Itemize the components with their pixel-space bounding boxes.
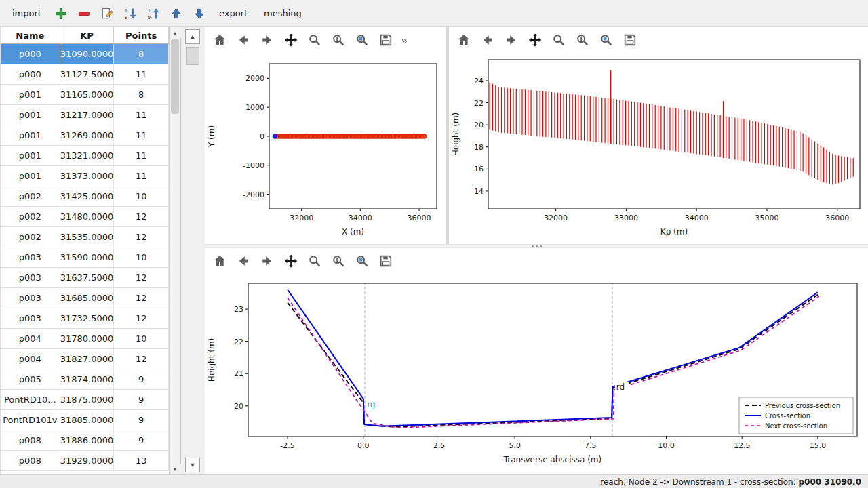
nav-back-button[interactable]: [478, 30, 497, 49]
table-cell-name[interactable]: p002: [1, 207, 60, 226]
table-cell-points[interactable]: 12: [114, 288, 169, 308]
table-cell-name[interactable]: p003: [1, 288, 60, 308]
table-cell-kp[interactable]: 31637.5000: [60, 268, 115, 287]
table-row[interactable]: p00131165.00008: [1, 85, 169, 105]
table-cell-name[interactable]: p001: [1, 146, 60, 165]
add-section-button[interactable]: [51, 3, 71, 24]
nav-save-button[interactable]: [376, 30, 395, 49]
table-cell-name[interactable]: p001: [1, 125, 60, 145]
table-cell-name[interactable]: p002: [1, 186, 60, 206]
table-cell-points[interactable]: 11: [114, 166, 169, 186]
table-cell-points[interactable]: 9: [114, 390, 169, 409]
table-row[interactable]: p00031090.00008: [1, 44, 169, 64]
table-cell-points[interactable]: 13: [114, 451, 169, 470]
table-cell-kp[interactable]: 31929.0000: [60, 451, 115, 470]
nav-save-button[interactable]: [620, 30, 639, 49]
table-cell-points[interactable]: 12: [114, 268, 169, 287]
table-row[interactable]: p00031127.500011: [1, 64, 169, 85]
table-row[interactable]: p00131321.000011: [1, 146, 169, 166]
table-row[interactable]: p00531874.00009: [1, 369, 169, 390]
table-cell-kp[interactable]: 31090.0000: [60, 44, 115, 64]
table-cell-name[interactable]: p003: [1, 268, 60, 287]
import-button[interactable]: import: [5, 5, 48, 21]
table-cell-points[interactable]: 9: [114, 369, 169, 389]
column-header-points[interactable]: Points: [114, 27, 169, 43]
table-cell-name[interactable]: p004: [1, 329, 60, 348]
nav-zoom-original-button[interactable]: [329, 251, 348, 270]
nav-zoom-original-button[interactable]: [329, 30, 348, 49]
nav-zoom-rect-button[interactable]: [597, 30, 616, 49]
nav-zoom-original-button[interactable]: [573, 30, 592, 49]
table-cell-name[interactable]: p003: [1, 247, 60, 267]
sort-descending-button[interactable]: [120, 3, 140, 24]
table-cell-kp[interactable]: 31885.0000: [60, 410, 115, 430]
nav-zoom-button[interactable]: [549, 30, 568, 49]
meshing-button[interactable]: meshing: [257, 5, 309, 21]
table-cell-name[interactable]: p001: [1, 166, 60, 186]
table-cell-points[interactable]: 12: [114, 308, 169, 328]
table-scroll-thumb[interactable]: [171, 39, 179, 114]
table-row[interactable]: p00131269.000011: [1, 125, 169, 146]
table-cell-kp[interactable]: 31827.0000: [60, 349, 115, 369]
table-row[interactable]: p00231535.000012: [1, 227, 169, 247]
table-row[interactable]: p00331637.500012: [1, 268, 169, 288]
table-row[interactable]: PontRD101v31885.00009: [1, 410, 169, 430]
edit-section-button[interactable]: [97, 3, 117, 24]
table-cell-points[interactable]: 11: [114, 146, 169, 165]
table-cell-points[interactable]: 10: [114, 247, 169, 267]
table-cell-name[interactable]: p005: [1, 369, 60, 389]
table-cell-kp[interactable]: 31874.0000: [60, 369, 115, 389]
table-cell-name[interactable]: PontRD101v: [1, 410, 60, 430]
table-row[interactable]: p00231480.000012: [1, 207, 169, 227]
nav-save-button[interactable]: [376, 251, 395, 270]
nav-pan-button[interactable]: [281, 251, 300, 270]
table-cell-kp[interactable]: 31127.5000: [60, 64, 115, 84]
table-cell-kp[interactable]: 31217.0000: [60, 105, 115, 125]
table-row[interactable]: p00831929.000013: [1, 451, 169, 471]
nav-pan-button[interactable]: [526, 30, 545, 49]
move-up-button[interactable]: [166, 3, 186, 24]
nav-home-button[interactable]: [210, 251, 229, 270]
table-cell-kp[interactable]: 31425.0000: [60, 186, 115, 206]
table-row[interactable]: p00831886.00009: [1, 430, 169, 451]
table-cell-kp[interactable]: 31732.5000: [60, 308, 115, 328]
table-scrollbar[interactable]: ▲ ▼: [169, 27, 180, 474]
table-cell-kp[interactable]: 31685.0000: [60, 288, 115, 308]
table-cell-name[interactable]: p008: [1, 451, 60, 470]
table-row[interactable]: p00431827.000012: [1, 349, 169, 369]
table-cell-kp[interactable]: 31269.0000: [60, 125, 115, 145]
table-cell-points[interactable]: 11: [114, 125, 169, 145]
table-cell-kp[interactable]: 31780.0000: [60, 329, 115, 348]
table-cell-points[interactable]: 11: [114, 105, 169, 125]
table-row[interactable]: PontRD10...31875.00009: [1, 390, 169, 410]
table-cell-points[interactable]: 9: [114, 430, 169, 450]
cross-section-plot[interactable]: -2.50.02.55.07.510.012.515.020212223Tran…: [205, 274, 863, 474]
nav-pan-button[interactable]: [281, 30, 300, 49]
nav-home-button[interactable]: [210, 30, 229, 49]
table-cell-points[interactable]: 12: [114, 349, 169, 369]
column-header-kp[interactable]: KP: [60, 27, 115, 43]
nav-zoom-button[interactable]: [305, 251, 324, 270]
panel-scrollbar[interactable]: ▲ ▼: [181, 27, 205, 474]
plan-view-plot[interactable]: 320003400036000-2000-1000010002000X (m)Y…: [205, 53, 443, 244]
nav-home-button[interactable]: [454, 30, 473, 49]
table-row[interactable]: p00431780.000010: [1, 329, 169, 349]
toolbar-overflow-button[interactable]: »: [401, 35, 407, 46]
remove-section-button[interactable]: [74, 3, 94, 24]
table-cell-kp[interactable]: 31480.0000: [60, 207, 115, 226]
nav-zoom-button[interactable]: [305, 30, 324, 49]
panel-scroll-thumb[interactable]: [186, 47, 199, 65]
move-down-button[interactable]: [189, 3, 210, 24]
nav-forward-button[interactable]: [502, 30, 521, 49]
longitudinal-profile-plot[interactable]: 3200033000340003500036000141618202224Kp …: [449, 53, 867, 244]
table-cell-name[interactable]: p001: [1, 85, 60, 104]
table-cell-points[interactable]: 8: [114, 44, 169, 64]
table-row[interactable]: p00331590.000010: [1, 247, 169, 268]
table-cell-name[interactable]: p000: [1, 44, 60, 64]
table-cell-points[interactable]: 12: [114, 227, 169, 247]
panel-scroll-up-button[interactable]: ▲: [185, 29, 200, 44]
table-cell-name[interactable]: p001: [1, 105, 60, 125]
table-scroll-track[interactable]: [170, 38, 180, 464]
table-cell-kp[interactable]: 31886.0000: [60, 430, 115, 450]
table-cell-name[interactable]: p003: [1, 308, 60, 328]
